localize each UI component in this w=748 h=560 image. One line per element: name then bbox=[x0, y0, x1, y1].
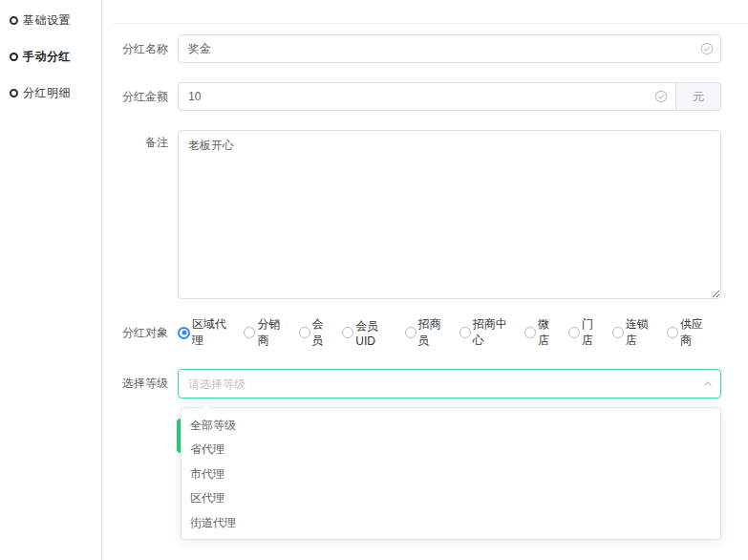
name-row: 分红名称 bbox=[113, 34, 748, 63]
radio-option-label: 会员 bbox=[312, 316, 333, 349]
radio-option[interactable]: 会员 bbox=[299, 316, 333, 349]
amount-row: 分红金额 元 bbox=[113, 82, 748, 111]
radio-option[interactable]: 供应商 bbox=[667, 316, 712, 349]
name-label: 分红名称 bbox=[113, 34, 178, 63]
app-root: 基础设置 手动分红 分红明细 分红名称 bbox=[0, 0, 748, 560]
circle-bullet-icon bbox=[10, 16, 18, 25]
radio-option[interactable]: 门店 bbox=[568, 316, 603, 349]
sidebar-item-label: 基础设置 bbox=[23, 12, 71, 29]
radio-option-label: 门店 bbox=[582, 316, 603, 349]
dropdown-option[interactable]: 市代理 bbox=[182, 463, 720, 486]
radio-option-label: 分销商 bbox=[257, 316, 289, 349]
remark-textarea[interactable]: 老板开心 bbox=[178, 130, 721, 299]
radio-icon bbox=[178, 327, 190, 339]
dividend-amount-input[interactable] bbox=[178, 82, 675, 111]
radio-icon bbox=[299, 327, 310, 338]
radio-icon bbox=[405, 327, 417, 338]
dividend-name-input[interactable] bbox=[178, 34, 721, 63]
sidebar-item-label: 手动分红 bbox=[23, 49, 71, 65]
sidebar-item[interactable]: 手动分红 bbox=[0, 42, 101, 71]
radio-option[interactable]: 招商中心 bbox=[459, 316, 515, 349]
dividend-form: 分红名称 分红金额 bbox=[113, 24, 748, 398]
radio-option-label: 招商员 bbox=[418, 316, 450, 349]
sidebar-item[interactable]: 基础设置 bbox=[0, 6, 101, 34]
level-label: 选择等级 bbox=[113, 369, 178, 398]
radio-icon bbox=[342, 327, 353, 338]
radio-option-label: 连锁店 bbox=[626, 316, 657, 349]
radio-option[interactable]: 微店 bbox=[524, 316, 559, 349]
radio-option[interactable]: 分销商 bbox=[244, 316, 289, 349]
level-row: 选择等级 全部等级省代理市代理区代理街道代理 bbox=[113, 369, 748, 398]
level-select[interactable] bbox=[178, 369, 721, 398]
radio-icon bbox=[667, 327, 678, 338]
dropdown-option[interactable]: 区代理 bbox=[182, 486, 720, 510]
radio-icon bbox=[612, 327, 624, 338]
level-dropdown: 全部等级省代理市代理区代理街道代理 bbox=[181, 407, 721, 540]
radio-option-label: 会员UID bbox=[355, 318, 395, 348]
radio-option-label: 供应商 bbox=[680, 316, 712, 349]
sidebar-item-label: 分红明细 bbox=[23, 85, 71, 101]
sidebar: 基础设置 手动分红 分红明细 bbox=[0, 0, 102, 560]
radio-icon bbox=[244, 327, 255, 338]
radio-option-label: 微店 bbox=[538, 316, 559, 349]
amount-label: 分红金额 bbox=[113, 82, 178, 111]
dropdown-option[interactable]: 街道代理 bbox=[182, 511, 720, 535]
radio-icon bbox=[568, 327, 580, 338]
radio-icon bbox=[459, 327, 471, 338]
target-label: 分红对象 bbox=[113, 324, 178, 341]
sidebar-item[interactable]: 分红明细 bbox=[0, 78, 101, 107]
radio-option-label: 招商中心 bbox=[473, 316, 515, 349]
radio-option[interactable]: 区域代理 bbox=[178, 316, 234, 349]
radio-option[interactable]: 招商员 bbox=[405, 316, 450, 349]
radio-icon bbox=[524, 327, 536, 338]
circle-bullet-icon bbox=[10, 89, 18, 97]
radio-option[interactable]: 会员UID bbox=[342, 318, 395, 348]
radio-option-label: 区域代理 bbox=[192, 316, 234, 349]
target-row: 分红对象 区域代理 分销商 会员 bbox=[113, 323, 748, 342]
remark-row: 备注 老板开心 bbox=[113, 130, 748, 303]
dropdown-option[interactable]: 省代理 bbox=[182, 438, 720, 462]
amount-unit-append: 元 bbox=[675, 82, 721, 111]
remark-label: 备注 bbox=[113, 130, 178, 155]
circle-bullet-icon bbox=[10, 53, 18, 61]
dividend-target-radio-group: 区域代理 分销商 会员 会员UID 招商员 bbox=[178, 316, 721, 349]
radio-option[interactable]: 连锁店 bbox=[612, 316, 657, 349]
dropdown-option[interactable]: 全部等级 bbox=[182, 414, 720, 438]
main-content: 分红名称 分红金额 bbox=[113, 23, 748, 560]
